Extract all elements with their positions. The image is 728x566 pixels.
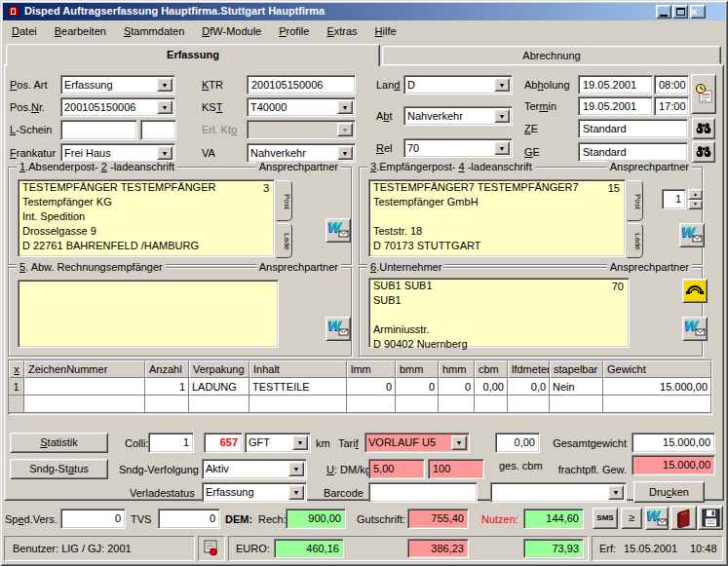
chevron-down-icon[interactable]: ▼ — [494, 109, 510, 123]
table-row[interactable]: 1 1 LADUNG TESTTEILE 0 0 0 0,00 0,0 Nein… — [9, 378, 711, 396]
chevron-down-icon[interactable]: ▼ — [157, 78, 172, 92]
sndg-verfolgung-label: Sndg-Verfolgung — [119, 464, 199, 475]
ze-field[interactable]: Standard — [578, 119, 688, 138]
title-bar[interactable]: Disped Auftragserfassung Hauptfirma.Stut… — [3, 3, 725, 20]
statusbar-record-panel[interactable] — [198, 536, 225, 561]
schedule-button[interactable] — [691, 74, 716, 114]
ge-search-button[interactable] — [692, 141, 715, 163]
gesamtgewicht-field[interactable]: 15.000,00 — [632, 433, 715, 453]
gutschrift-label: Gutschrift: — [357, 513, 405, 525]
frankatur-select[interactable]: Frei Haus▼ — [60, 143, 175, 163]
menu-bearbeiten[interactable]: Bearbeiten — [46, 23, 115, 39]
l-schein-field-2[interactable] — [140, 120, 176, 140]
sped-vers-field[interactable]: 0 — [60, 509, 126, 529]
empfaenger-address-area[interactable]: 15 TESTEMPFÄNGER7 TESTEMPFÄNGER7 Testemp… — [368, 179, 626, 257]
post-button[interactable] — [682, 279, 708, 303]
minimize-button[interactable] — [656, 5, 671, 19]
chevron-down-icon[interactable]: ▼ — [157, 100, 172, 114]
land-select[interactable]: D▼ — [403, 75, 513, 94]
verladestatus-select[interactable]: Erfassung▼ — [202, 482, 307, 503]
forward-button[interactable]: ≥ — [621, 508, 642, 529]
kst-select[interactable]: T40000▼ — [247, 97, 356, 117]
empfaenger-tab-post[interactable]: Post — [627, 180, 643, 221]
absender-tab-post[interactable]: Post — [276, 180, 292, 221]
empfaenger-word-button[interactable]: W W — [679, 223, 705, 247]
ktr-field[interactable]: 200105150006 — [247, 75, 356, 94]
maximize-button[interactable] — [672, 5, 688, 19]
empfaenger-tab-lade[interactable]: Lade — [627, 223, 643, 258]
ges-cbm-field[interactable]: 0,00 — [495, 433, 540, 453]
colli-field[interactable]: 1 — [148, 433, 194, 453]
rech-label: Rech: — [258, 513, 287, 525]
statusbar-erf-panel: Erf: 15.05.2001 10:48 — [592, 536, 723, 561]
pos-nr-select[interactable]: 200105150006▼ — [60, 97, 175, 117]
chevron-down-icon[interactable]: ▼ — [494, 141, 510, 155]
pos-art-select[interactable]: Erfassung▼ — [60, 75, 175, 94]
extra-select[interactable]: ▼ — [490, 482, 627, 503]
absender-word-button[interactable]: W W — [326, 218, 351, 243]
ze-label: ZE — [524, 123, 538, 134]
unternehmer-word-button[interactable]: W W — [682, 317, 708, 341]
menu-profile[interactable]: Profile — [270, 23, 318, 39]
chevron-down-icon[interactable]: ▼ — [288, 462, 304, 476]
termin-time-field[interactable]: 17:00 — [654, 96, 689, 116]
binoculars-icon — [696, 145, 711, 158]
spinner-down-button[interactable]: ▼ — [688, 200, 703, 209]
save-button[interactable] — [698, 506, 723, 530]
chevron-down-icon[interactable]: ▼ — [494, 78, 510, 92]
menu-hilfe[interactable]: Hilfe — [366, 23, 405, 39]
chevron-down-icon[interactable]: ▼ — [288, 485, 304, 500]
menu-stammdaten[interactable]: Stammdaten — [115, 23, 193, 39]
u-dmkg-field-1[interactable]: 5,00 — [368, 459, 425, 479]
va-select[interactable]: Nahverkehr▼ — [247, 143, 356, 163]
termin-date-field[interactable]: 19.05.2001 — [578, 96, 653, 116]
chevron-down-icon[interactable]: ▼ — [608, 485, 624, 500]
drucken-button[interactable]: Drucken — [633, 481, 705, 503]
sms-button[interactable]: SMS — [593, 508, 618, 529]
absender-tab-lade[interactable]: Lade — [276, 223, 292, 258]
exit-button[interactable] — [671, 506, 697, 530]
gft-select[interactable]: GFT▼ — [245, 433, 311, 453]
abholung-time-field[interactable]: 08:00 — [654, 75, 689, 94]
tab-abrechnung[interactable]: Abrechnung — [382, 46, 721, 64]
chevron-down-icon[interactable]: ▼ — [337, 146, 353, 160]
statistik-button[interactable]: Statistik — [10, 433, 108, 453]
unternehmer-address-area[interactable]: 70 SUB1 SUB1 SUB1 Arminiusstr. D 90402 N… — [368, 278, 630, 348]
rel-select[interactable]: 70▼ — [403, 138, 513, 158]
benutzer-text: Benutzer: LIG / GJ: 2001 — [13, 543, 132, 554]
barcode-field[interactable] — [368, 482, 478, 503]
tarif-select[interactable]: VORLAUF U5▼ — [364, 433, 470, 453]
absender-address-area[interactable]: 3 TESTEMPFÄNGER TESTEMPFÄNGER Testempfän… — [18, 179, 275, 257]
col-bmm: bmm — [396, 360, 439, 378]
l-schein-field-1[interactable] — [60, 120, 137, 140]
menu-datei[interactable]: Datei — [3, 23, 46, 39]
land-label: Land — [376, 79, 400, 91]
chevron-down-icon[interactable]: ▼ — [337, 100, 353, 114]
sndg-verfolgung-select[interactable]: Aktiv▼ — [202, 459, 307, 479]
frankatur-label: Frankatur — [10, 147, 56, 159]
u-dmkg-field-2[interactable]: 100 — [428, 459, 484, 479]
ze-search-button[interactable] — [692, 118, 715, 139]
word-button[interactable]: W W — [645, 507, 669, 530]
pos-nr-label: Pos.Nr. — [10, 101, 45, 113]
tvs-field[interactable]: 0 — [158, 509, 220, 529]
frachtpfl-field[interactable]: 15.000,00 — [632, 455, 715, 475]
abt-select[interactable]: Nahverkehr▼ — [403, 106, 513, 126]
ge-field[interactable]: Standard — [578, 142, 688, 162]
sndg-status-button[interactable]: Sndg-Status — [10, 459, 108, 479]
menu-extras[interactable]: Extras — [318, 23, 365, 39]
close-button[interactable]: × — [690, 5, 706, 19]
chevron-down-icon[interactable]: ▼ — [292, 435, 308, 450]
spinner-up-button[interactable]: ▲ — [688, 189, 703, 200]
menu-dfw-module[interactable]: DfW-Module — [193, 23, 270, 39]
tab-erfassung[interactable]: Erfassung — [6, 44, 380, 66]
rechnung-address-area[interactable] — [18, 280, 279, 348]
col-cbm: cbm — [475, 360, 508, 378]
rechnung-word-button[interactable]: W W — [326, 317, 351, 341]
km-field[interactable]: 657 — [204, 433, 243, 453]
abholung-date-field[interactable]: 19.05.2001 — [578, 75, 653, 94]
chevron-down-icon[interactable]: ▼ — [451, 435, 467, 450]
chevron-down-icon[interactable]: ▼ — [157, 146, 172, 160]
table-row[interactable] — [9, 396, 711, 413]
empfaenger-count-field[interactable]: 1 — [662, 189, 686, 209]
